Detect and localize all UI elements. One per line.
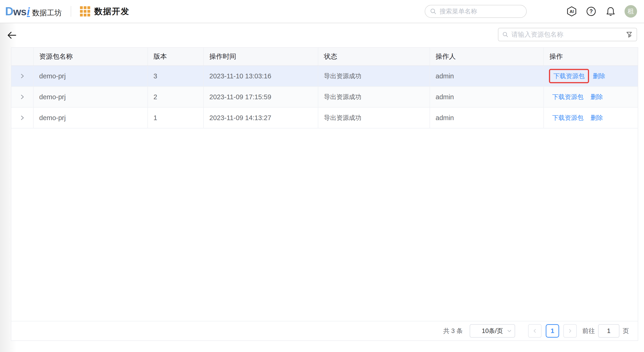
page-title: 数据开发: [94, 6, 130, 17]
logo-letter-ws: ws: [13, 6, 26, 18]
brand-logo[interactable]: D ws i 数据工坊: [5, 5, 62, 18]
header-status: 状态: [318, 48, 430, 66]
resource-package-panel: 资源包名称 版本 操作时间 状态 操作人 操作 demo-prj 3 2023-…: [11, 47, 638, 341]
header-version: 版本: [148, 48, 204, 66]
search-icon: [502, 31, 508, 38]
cell-version: 1: [148, 108, 204, 128]
table-header-row: 资源包名称 版本 操作时间 状态 操作人 操作: [11, 48, 638, 66]
chevron-down-icon: [507, 328, 512, 334]
download-link[interactable]: 下载资源包: [552, 114, 584, 122]
navbar-icon-group: AI ? 租: [566, 5, 637, 18]
download-link[interactable]: 下载资源包: [552, 93, 584, 101]
chevron-right-icon: [20, 73, 25, 79]
header-name: 资源包名称: [34, 48, 148, 66]
header-time: 操作时间: [204, 48, 318, 66]
cell-actions: 下载资源包 删除: [544, 108, 638, 128]
page-size-select[interactable]: 10条/页: [470, 324, 515, 338]
package-filter-box: [498, 28, 637, 41]
cell-version: 2: [148, 87, 204, 107]
cell-operator: admin: [430, 87, 544, 107]
chevron-right-icon: [20, 94, 25, 100]
row-expand-toggle[interactable]: [11, 66, 34, 86]
app-switcher[interactable]: 数据开发: [80, 6, 130, 17]
page-unit-label: 页: [623, 327, 629, 335]
header-operator: 操作人: [430, 48, 544, 66]
bell-icon[interactable]: [605, 6, 616, 17]
cell-operator: admin: [430, 108, 544, 128]
cell-name: demo-prj: [34, 66, 148, 86]
help-icon[interactable]: ?: [586, 6, 597, 17]
package-filter-input[interactable]: [512, 31, 626, 38]
arrow-left-icon: [6, 30, 17, 40]
cell-name: demo-prj: [34, 87, 148, 107]
cell-time: 2023-11-10 13:03:16: [204, 66, 318, 86]
header-actions: 操作: [544, 48, 638, 66]
cell-actions: 下载资源包 删除: [544, 66, 638, 86]
table-row[interactable]: demo-prj 1 2023-11-09 14:13:27 导出资源成功 ad…: [11, 108, 638, 128]
chevron-right-icon: [20, 115, 25, 120]
total-count-label: 共 3 条: [443, 327, 463, 335]
menu-search-input[interactable]: [440, 8, 522, 15]
cell-status: 导出资源成功: [318, 66, 430, 86]
chevron-left-icon: [532, 328, 537, 334]
brand-name: 数据工坊: [32, 8, 62, 18]
cell-operator: admin: [430, 66, 544, 86]
tenant-avatar[interactable]: 租: [624, 5, 637, 18]
page-1-button[interactable]: 1: [546, 324, 559, 338]
ai-assistant-icon[interactable]: AI: [566, 6, 577, 17]
prev-page-button[interactable]: [528, 324, 542, 338]
next-page-button[interactable]: [563, 324, 577, 338]
app-root: D ws i 数据工坊 数据开发 AI: [0, 0, 644, 352]
table-row[interactable]: demo-prj 2 2023-11-09 17:15:59 导出资源成功 ad…: [11, 87, 638, 108]
logo-letter-i: i: [27, 5, 30, 18]
table-row[interactable]: demo-prj 3 2023-11-10 13:03:16 导出资源成功 ad…: [11, 66, 638, 87]
cell-version: 3: [148, 66, 204, 86]
chevron-right-icon: [568, 328, 572, 334]
avatar-label: 租: [628, 7, 634, 16]
goto-label: 前往: [582, 327, 595, 335]
cell-name: demo-prj: [34, 108, 148, 128]
goto-page-input[interactable]: [598, 324, 620, 338]
row-expand-toggle[interactable]: [11, 87, 34, 107]
delete-link[interactable]: 删除: [590, 114, 603, 122]
cell-time: 2023-11-09 17:15:59: [204, 87, 318, 107]
menu-search-box: [425, 5, 527, 18]
search-icon: [430, 8, 437, 15]
cell-time: 2023-11-09 14:13:27: [204, 108, 318, 128]
svg-text:?: ?: [590, 8, 593, 14]
delete-link[interactable]: 删除: [593, 72, 605, 80]
header-expand-cell: [11, 48, 34, 66]
current-page-number: 1: [550, 327, 554, 334]
top-navbar: D ws i 数据工坊 数据开发 AI: [0, 0, 644, 23]
cell-status: 导出资源成功: [318, 87, 430, 107]
back-button[interactable]: [6, 29, 18, 41]
app-grid-icon: [80, 6, 90, 16]
row-expand-toggle[interactable]: [11, 108, 34, 128]
page-size-value: 10条/页: [482, 327, 503, 335]
cell-status: 导出资源成功: [318, 108, 430, 128]
download-link-highlighted[interactable]: 下载资源包: [549, 69, 589, 83]
cell-actions: 下载资源包 删除: [544, 87, 638, 107]
logo-letter-d: D: [5, 5, 13, 18]
pagination-bar: 共 3 条 10条/页 1 前往 页: [11, 321, 638, 340]
svg-text:AI: AI: [570, 9, 574, 14]
filter-funnel-icon[interactable]: [626, 31, 633, 38]
delete-link[interactable]: 删除: [590, 93, 603, 101]
navbar-divider: [71, 6, 71, 17]
